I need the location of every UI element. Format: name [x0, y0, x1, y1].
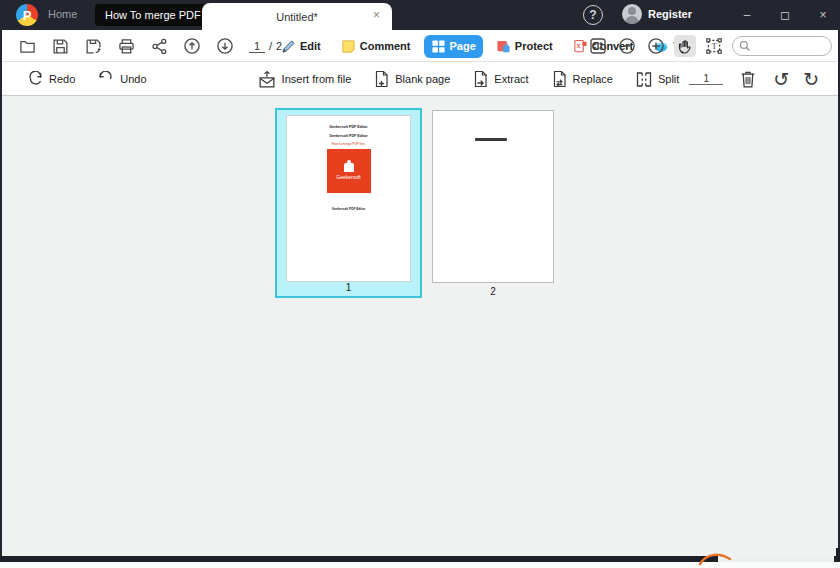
page-1-preview: Geekersoft PDF Editor Geekersoft PDF Edi… — [286, 115, 411, 282]
pencil-icon — [281, 39, 296, 54]
replace-page-icon — [551, 70, 568, 88]
search-input[interactable] — [755, 41, 825, 52]
arrow-up-circle-icon — [183, 37, 201, 55]
window-right-border — [836, 548, 840, 562]
save-button[interactable] — [49, 35, 71, 57]
help-button[interactable]: ? — [583, 5, 603, 25]
geekersoft-logo: Geekersoft — [327, 149, 371, 193]
arrow-down-circle-icon — [216, 37, 234, 55]
main-toolbar: / 2 Edit Comment Page Protect x — [2, 30, 838, 62]
register-label: Register — [648, 8, 692, 20]
redo-button[interactable]: Redo — [26, 71, 75, 87]
split-button[interactable]: Split — [635, 71, 679, 88]
blank-page-button[interactable]: Blank page — [373, 70, 450, 88]
close-button[interactable]: × — [816, 8, 830, 22]
page-1-number: 1 — [277, 282, 420, 293]
blank-page-icon — [373, 70, 390, 88]
titlebar: P Home How To merge PDF files Untitled* … — [0, 0, 840, 30]
document-tab[interactable]: Untitled* × — [202, 3, 392, 30]
page-thumbnail-2[interactable] — [432, 110, 554, 283]
fit-page-button[interactable] — [587, 35, 609, 57]
select-text-button[interactable]: T — [703, 35, 725, 57]
share-button[interactable] — [148, 35, 170, 57]
page2-text-smudge — [475, 138, 507, 141]
window-controls: – ◻ × — [740, 0, 830, 30]
replace-button[interactable]: Replace — [551, 70, 613, 88]
file-tools-group: / 2 — [16, 30, 282, 62]
shield-lock-icon — [496, 39, 511, 54]
fit-page-icon — [589, 37, 607, 55]
search-box[interactable] — [732, 36, 832, 56]
save-as-icon — [85, 38, 102, 55]
minimize-button[interactable]: – — [740, 8, 754, 22]
previous-page-button[interactable] — [181, 35, 203, 57]
page1-title-line: Geekersoft PDF Editor — [293, 124, 404, 129]
insert-from-file-button[interactable]: Insert from file — [257, 70, 352, 89]
undo-button[interactable]: Undo — [97, 71, 146, 87]
save-icon — [52, 38, 69, 55]
rotate-left-button[interactable]: ↺ — [773, 70, 789, 89]
orange-swoosh-icon — [698, 550, 736, 566]
page1-subtitle-line: Geekersoft PDF Editor — [293, 133, 404, 138]
undo-icon — [97, 71, 115, 87]
print-icon — [118, 38, 135, 55]
maximize-button[interactable]: ◻ — [778, 8, 792, 22]
convert-doc-icon: x — [573, 39, 588, 54]
tab-protect[interactable]: Protect — [489, 35, 560, 58]
open-file-button[interactable] — [16, 35, 38, 57]
next-page-button[interactable] — [214, 35, 236, 57]
zoom-out-button[interactable] — [616, 35, 638, 57]
note-icon — [341, 39, 356, 54]
current-page-input[interactable] — [249, 40, 265, 53]
split-count-input[interactable] — [689, 73, 723, 85]
avatar-icon — [622, 4, 642, 24]
logo-brand-text: Geekersoft — [336, 174, 360, 180]
minus-circle-icon — [618, 37, 636, 55]
split-icon — [635, 71, 653, 88]
app-window: P Home How To merge PDF files Untitled* … — [0, 0, 840, 568]
print-button[interactable] — [115, 35, 137, 57]
page-thumbnail-1[interactable]: Geekersoft PDF Editor Geekersoft PDF Edi… — [275, 108, 422, 298]
select-text-icon: T — [705, 37, 723, 55]
hand-tool-button[interactable] — [674, 35, 696, 57]
save-as-button[interactable] — [82, 35, 104, 57]
register-button[interactable]: Register — [622, 4, 692, 24]
view-tools-group: T — [587, 30, 832, 62]
share-icon — [151, 38, 168, 55]
page1-footer-line: Geekersoft PDF Editor — [293, 207, 404, 211]
zoom-in-button[interactable] — [645, 35, 667, 57]
home-tab[interactable]: Home — [48, 8, 77, 20]
page-separator: / — [269, 40, 272, 52]
page1-red-line: How to merge PDF files — [293, 142, 404, 146]
trash-icon — [739, 70, 757, 89]
extract-page-icon — [472, 70, 489, 88]
plus-circle-icon — [647, 37, 665, 55]
tab-edit[interactable]: Edit — [274, 35, 328, 58]
hand-icon — [677, 38, 694, 55]
page-actions-toolbar: Redo Undo Insert from file Blank page Ex… — [2, 62, 838, 96]
folder-icon — [19, 38, 36, 55]
insert-file-icon — [257, 70, 277, 89]
svg-text:T: T — [712, 41, 718, 51]
app-logo-icon[interactable]: P — [16, 4, 38, 26]
search-icon — [739, 40, 751, 52]
tab-close-icon[interactable]: × — [373, 8, 380, 22]
page-thumbnails-area: Geekersoft PDF Editor Geekersoft PDF Edi… — [2, 96, 838, 556]
extract-button[interactable]: Extract — [472, 70, 528, 88]
delete-page-button[interactable] — [737, 68, 759, 90]
tab-comment[interactable]: Comment — [334, 35, 418, 58]
redo-icon — [26, 71, 44, 87]
svg-text:x: x — [576, 42, 580, 49]
document-tab-title: Untitled* — [276, 11, 318, 23]
page-2-number: 2 — [432, 286, 554, 297]
page-grid-icon — [431, 39, 446, 54]
logo-glyph-icon — [344, 163, 354, 172]
tab-page[interactable]: Page — [424, 35, 483, 58]
rotate-right-button[interactable]: ↻ — [803, 70, 819, 89]
